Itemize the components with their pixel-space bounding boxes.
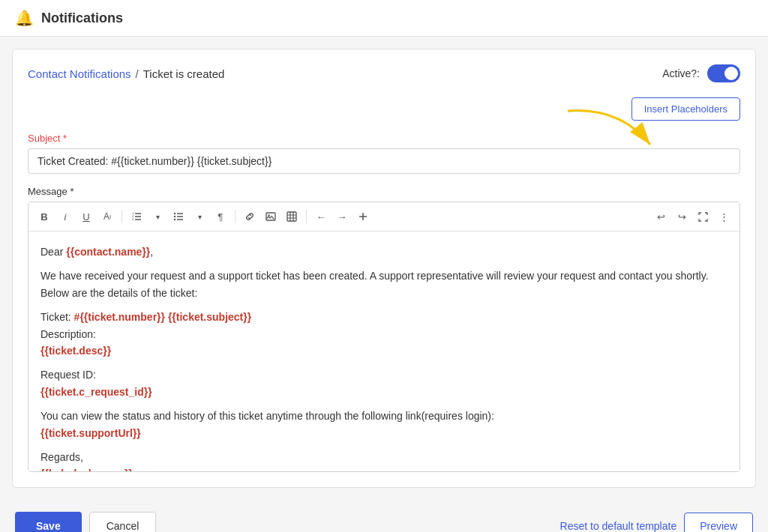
svg-point-10 [174, 213, 176, 214]
editor-line-view: You can view the status and history of t… [40, 408, 728, 441]
toolbar-table[interactable] [282, 207, 302, 226]
editor-line-regards: Regards, {{helpdesk.name}} [40, 449, 728, 471]
notifications-icon: 🔔 [15, 9, 34, 27]
toolbar-undo[interactable]: ↩ [651, 207, 670, 226]
svg-text:3.: 3. [132, 217, 134, 221]
toolbar-image[interactable] [261, 207, 280, 226]
toolbar-underline[interactable]: U [76, 207, 96, 226]
page-title: Notifications [41, 10, 123, 26]
toolbar-ordered-list[interactable]: 1.2.3. [127, 207, 146, 226]
toolbar-paragraph[interactable]: ¶ [211, 207, 230, 226]
toolbar-text-format[interactable]: AI [98, 207, 117, 226]
svg-point-12 [174, 219, 176, 220]
breadcrumb: Contact Notifications / Ticket is create… [28, 67, 224, 80]
top-bar: 🔔 Notifications [0, 0, 768, 37]
toolbar-link[interactable] [240, 207, 260, 226]
active-toggle[interactable] [707, 64, 740, 82]
message-label: Message * [28, 186, 740, 197]
toolbar-list-dropdown2[interactable]: ▾ [190, 207, 209, 226]
svg-rect-15 [287, 212, 296, 221]
editor-line-body: We have received your request and a supp… [40, 267, 728, 301]
editor-line-greeting: Dear {{contact.name}}, [40, 244, 728, 260]
footer-left: Save Cancel [15, 512, 156, 532]
insert-placeholders-button[interactable]: Insert Placeholders [632, 97, 740, 121]
toolbar-list-dropdown[interactable]: ▾ [148, 207, 167, 226]
toolbar-redo[interactable]: ↪ [672, 207, 692, 226]
svg-point-14 [268, 214, 269, 216]
svg-point-11 [174, 216, 176, 217]
preview-button[interactable]: Preview [684, 513, 753, 532]
footer-actions: Save Cancel Reset to default template Pr… [0, 500, 768, 532]
breadcrumb-link[interactable]: Contact Notifications [28, 67, 131, 80]
breadcrumb-current: Ticket is created [143, 67, 225, 80]
footer-right: Reset to default template Preview [560, 513, 753, 532]
toolbar-italic[interactable]: i [56, 207, 75, 226]
insert-btn-row: Insert Placeholders [28, 97, 740, 121]
toolbar-special[interactable] [353, 207, 373, 226]
editor-line-ticket: Ticket: #{{ticket.number}} {{ticket.subj… [40, 309, 728, 359]
breadcrumb-separator: / [136, 67, 139, 80]
toolbar-fullscreen[interactable] [693, 207, 712, 226]
toolbar-sep-1 [122, 210, 122, 223]
toolbar-sep-2 [235, 210, 236, 223]
message-editor: B i U AI 1.2.3. ▾ ▾ ¶ ← [28, 202, 740, 472]
toolbar-more[interactable]: ⋮ [714, 207, 734, 226]
toolbar-right-group: ↩ ↪ ⋮ [651, 207, 734, 226]
editor-body[interactable]: Dear {{contact.name}}, We have received … [28, 232, 740, 471]
toolbar-sep-3 [306, 210, 307, 223]
active-label: Active?: [662, 67, 700, 79]
breadcrumb-row: Contact Notifications / Ticket is create… [28, 64, 740, 82]
toolbar-indent-left[interactable]: ← [311, 207, 331, 226]
subject-input[interactable] [28, 148, 740, 174]
toolbar-indent-right[interactable]: → [332, 207, 352, 226]
main-content: Contact Notifications / Ticket is create… [12, 49, 756, 488]
toolbar-bold[interactable]: B [34, 207, 54, 226]
editor-toolbar: B i U AI 1.2.3. ▾ ▾ ¶ ← [28, 202, 740, 232]
editor-line-request: Request ID: {{ticket.c_request_id}} [40, 366, 728, 400]
reset-template-button[interactable]: Reset to default template [560, 520, 677, 532]
save-button[interactable]: Save [15, 512, 82, 532]
cancel-button[interactable]: Cancel [89, 512, 157, 532]
toolbar-unordered-list[interactable] [169, 207, 188, 226]
active-toggle-row: Active?: [662, 64, 740, 82]
subject-label: Subject * [28, 133, 740, 144]
